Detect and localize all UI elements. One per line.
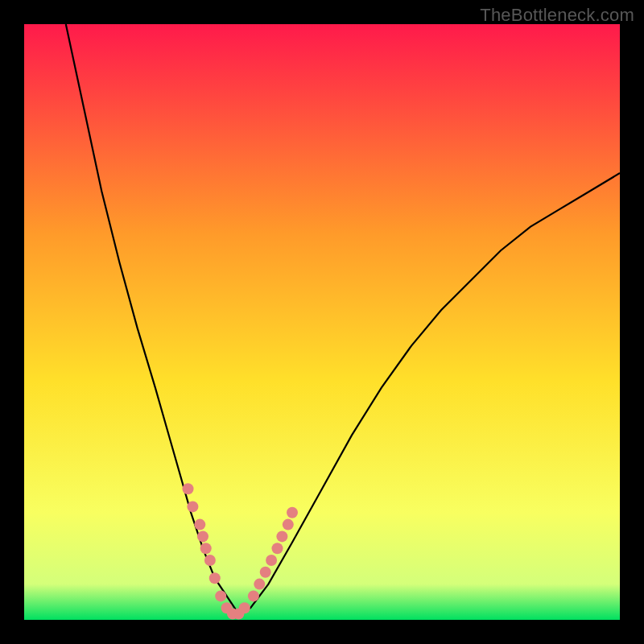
marker-point — [183, 483, 194, 494]
marker-point — [209, 572, 221, 584]
marker-point — [239, 602, 250, 613]
marker-point — [248, 590, 259, 601]
watermark-text: TheBottleneck.com — [480, 5, 634, 26]
marker-point — [260, 567, 271, 578]
marker-point — [276, 530, 287, 542]
plot-area — [24, 24, 620, 620]
marker-point — [287, 507, 298, 518]
marker-point — [194, 519, 205, 530]
chart-svg — [24, 24, 620, 620]
marker-point — [283, 519, 294, 530]
marker-point — [197, 530, 208, 542]
marker-point — [204, 555, 216, 566]
marker-point — [215, 590, 226, 601]
chart-frame: TheBottleneck.com — [0, 0, 644, 644]
marker-point — [254, 579, 265, 590]
marker-point — [187, 501, 198, 512]
marker-point — [200, 543, 212, 554]
marker-point — [266, 555, 277, 566]
gradient-background — [24, 24, 620, 620]
marker-point — [272, 543, 283, 554]
